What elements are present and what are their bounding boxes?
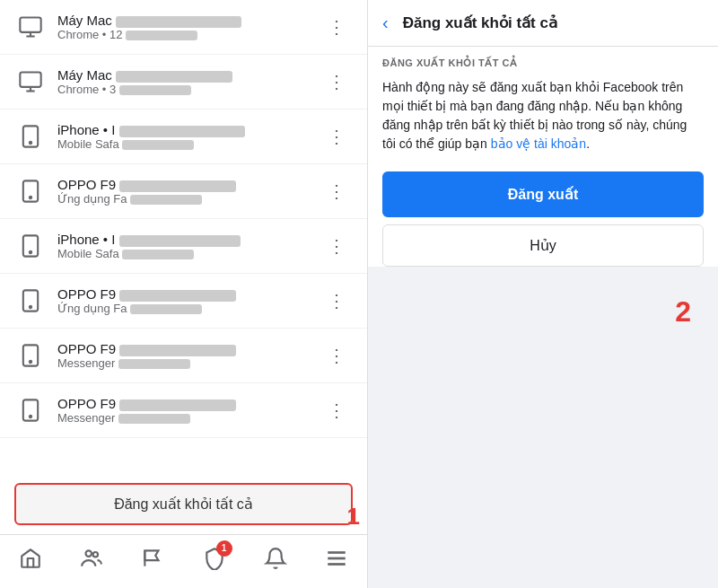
device-name: Máy Mac	[57, 67, 320, 83]
cancel-button[interactable]: Hủy	[382, 224, 704, 267]
device-info: iPhone • I Mobile Safa	[57, 232, 320, 260]
phone-icon	[14, 394, 47, 426]
nav-bell[interactable]	[256, 539, 295, 578]
shield-badge: 1	[216, 540, 232, 557]
back-button[interactable]: ‹	[382, 13, 389, 33]
logout-all-button[interactable]: Đăng xuất khỏi tất cả 1	[14, 483, 353, 525]
desc-part2: .	[586, 136, 590, 151]
svg-point-18	[86, 550, 92, 557]
device-item: OPPO F9 Ứng dụng Fa ⋮	[0, 274, 367, 329]
more-options-button[interactable]: ⋮	[320, 13, 353, 41]
more-options-button[interactable]: ⋮	[320, 122, 353, 151]
device-sub: Ứng dụng Fa	[57, 192, 320, 206]
svg-point-11	[30, 251, 31, 253]
phone-icon	[14, 120, 47, 153]
device-info: OPPO F9 Ứng dụng Fa	[57, 286, 320, 315]
device-name: OPPO F9	[57, 341, 320, 356]
device-name: OPPO F9	[57, 396, 320, 411]
svg-point-7	[30, 142, 31, 144]
nav-home[interactable]	[11, 539, 50, 578]
device-item: OPPO F9 Messenger ⋮	[0, 329, 367, 383]
right-content: ĐĂNG XUẤT KHỎI TẤT CẢ Hành động này sẽ đ…	[368, 47, 718, 588]
nav-shield[interactable]: 1	[195, 539, 234, 578]
device-item: Máy Mac Chrome • 12 ⋮	[0, 0, 367, 55]
monitor-icon	[14, 66, 47, 98]
annotation-2: 2	[368, 277, 718, 347]
confirm-logout-button[interactable]: Đăng xuất	[382, 171, 704, 217]
right-panel-title: Đăng xuất khỏi tất cả	[403, 13, 557, 32]
svg-point-13	[30, 306, 31, 308]
phone-icon	[14, 175, 47, 207]
phone-icon	[14, 285, 47, 317]
right-header: ‹ Đăng xuất khỏi tất cả	[368, 0, 718, 47]
device-item: iPhone • I Mobile Safa ⋮	[0, 219, 367, 274]
nav-friends[interactable]	[72, 539, 111, 578]
device-item: OPPO F9 Messenger ⋮	[0, 383, 367, 438]
device-sub: Mobile Safa	[57, 247, 320, 260]
device-name: OPPO F9	[57, 286, 320, 302]
device-sub: Messenger	[57, 356, 320, 370]
more-options-button[interactable]: ⋮	[320, 67, 353, 96]
device-list: Máy Mac Chrome • 12 ⋮Máy Mac Chrome • 3 …	[0, 0, 367, 474]
phone-icon	[14, 339, 47, 372]
nav-flag[interactable]	[133, 539, 172, 578]
device-info: OPPO F9 Messenger	[57, 396, 320, 425]
phone-icon	[14, 230, 47, 262]
device-sub: Ứng dụng Fa	[57, 302, 320, 315]
device-name: OPPO F9	[57, 177, 320, 192]
device-sub: Chrome • 3	[57, 83, 320, 96]
monitor-icon	[14, 11, 47, 43]
left-panel: Máy Mac Chrome • 12 ⋮Máy Mac Chrome • 3 …	[0, 0, 368, 588]
confirmation-card: ĐĂNG XUẤT KHỎI TẤT CẢ Hành động này sẽ đ…	[368, 47, 718, 267]
device-name: Máy Mac	[57, 13, 320, 28]
device-name: iPhone • I	[57, 232, 320, 247]
device-item: iPhone • I Mobile Safa ⋮	[0, 110, 367, 164]
device-info: iPhone • I Mobile Safa	[57, 122, 320, 151]
svg-point-19	[93, 551, 98, 556]
more-options-button[interactable]: ⋮	[320, 232, 353, 260]
bottom-nav: 1	[0, 534, 367, 588]
nav-menu[interactable]	[317, 539, 356, 578]
more-options-button[interactable]: ⋮	[320, 177, 353, 206]
svg-rect-0	[20, 18, 40, 32]
device-sub: Chrome • 12	[57, 28, 320, 41]
annotation-1: 1	[347, 503, 360, 531]
right-panel: ‹ Đăng xuất khỏi tất cả ĐĂNG XUẤT KHỎI T…	[368, 0, 718, 588]
confirmation-description: Hành động này sẽ đăng xuất bạn khỏi Face…	[368, 75, 718, 168]
device-info: OPPO F9 Ứng dụng Fa	[57, 177, 320, 206]
svg-rect-3	[20, 73, 40, 87]
desc-link[interactable]: bảo vệ tài khoản	[491, 136, 586, 151]
device-item: Máy Mac Chrome • 3 ⋮	[0, 55, 367, 110]
device-info: OPPO F9 Messenger	[57, 341, 320, 370]
svg-point-9	[30, 197, 31, 198]
device-name: iPhone • I	[57, 122, 320, 137]
svg-point-15	[30, 361, 31, 363]
logout-all-label: Đăng xuất khỏi tất cả	[114, 496, 253, 512]
device-sub: Mobile Safa	[57, 137, 320, 151]
svg-point-17	[30, 416, 31, 417]
more-options-button[interactable]: ⋮	[320, 396, 353, 425]
more-options-button[interactable]: ⋮	[320, 286, 353, 315]
more-options-button[interactable]: ⋮	[320, 341, 353, 370]
section-title: ĐĂNG XUẤT KHỎI TẤT CẢ	[368, 47, 718, 75]
device-info: Máy Mac Chrome • 3	[57, 67, 320, 96]
device-sub: Messenger	[57, 411, 320, 425]
device-item: OPPO F9 Ứng dụng Fa ⋮	[0, 164, 367, 219]
device-info: Máy Mac Chrome • 12	[57, 13, 320, 41]
